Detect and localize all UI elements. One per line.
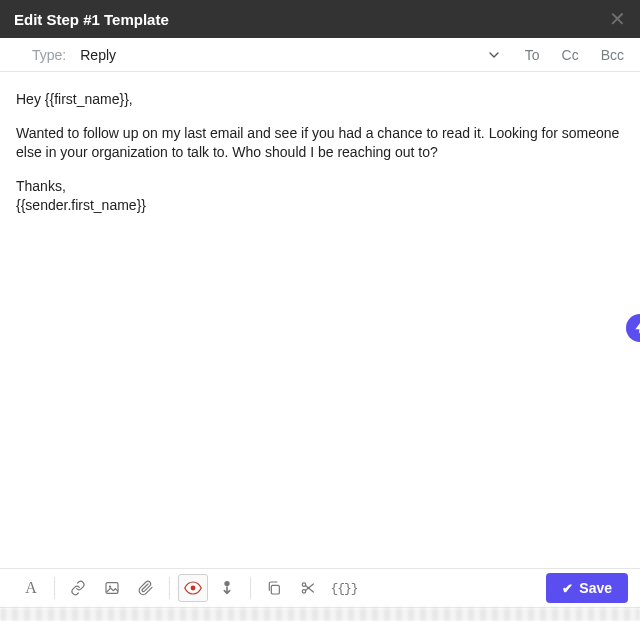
save-button[interactable]: ✔ Save <box>546 573 628 603</box>
svg-point-3 <box>224 581 229 586</box>
check-icon: ✔ <box>562 582 573 595</box>
editor-toolbar: A {{}} ✔ Save <box>0 568 640 608</box>
person-down-icon <box>220 580 234 596</box>
snippets-scissors-button[interactable] <box>293 574 323 602</box>
toolbar-divider <box>250 577 251 599</box>
bcc-button[interactable]: Bcc <box>597 47 628 63</box>
svg-rect-0 <box>106 583 118 594</box>
svg-point-2 <box>191 586 196 591</box>
modal-title: Edit Step #1 Template <box>14 11 169 28</box>
cc-button[interactable]: Cc <box>558 47 583 63</box>
variables-button[interactable]: {{}} <box>327 574 361 602</box>
image-button[interactable] <box>97 574 127 602</box>
chevron-down-icon[interactable] <box>489 49 499 60</box>
type-value[interactable]: Reply <box>80 47 116 63</box>
to-button[interactable]: To <box>521 47 544 63</box>
type-label: Type: <box>32 47 66 63</box>
svg-rect-4 <box>271 585 279 594</box>
lightning-icon <box>633 321 640 335</box>
email-body-editor[interactable]: Hey {{first_name}}, Wanted to follow up … <box>0 72 640 569</box>
link-icon <box>70 580 86 596</box>
toolbar-divider <box>54 577 55 599</box>
unsubscribe-button[interactable] <box>212 574 242 602</box>
body-greeting: Hey {{first_name}}, <box>16 90 624 110</box>
copy-icon <box>266 580 282 596</box>
font-icon: A <box>25 579 37 597</box>
body-paragraph: Wanted to follow up on my last email and… <box>16 124 624 163</box>
link-button[interactable] <box>63 574 93 602</box>
eye-icon <box>184 581 202 595</box>
image-icon <box>104 580 120 596</box>
preview-button[interactable] <box>178 574 208 602</box>
obscured-strip <box>0 608 640 621</box>
scissors-icon <box>300 580 316 596</box>
save-label: Save <box>579 580 612 596</box>
templates-button[interactable] <box>259 574 289 602</box>
modal-header: Edit Step #1 Template ✕ <box>0 0 640 38</box>
braces-icon: {{}} <box>330 581 357 596</box>
type-row: Type: Reply To Cc Bcc <box>0 38 640 72</box>
attachment-button[interactable] <box>131 574 161 602</box>
paperclip-icon <box>138 580 154 596</box>
body-closing: Thanks, {{sender.first_name}} <box>16 177 624 216</box>
toolbar-divider <box>169 577 170 599</box>
close-icon[interactable]: ✕ <box>609 9 626 29</box>
font-format-button[interactable]: A <box>16 574 46 602</box>
